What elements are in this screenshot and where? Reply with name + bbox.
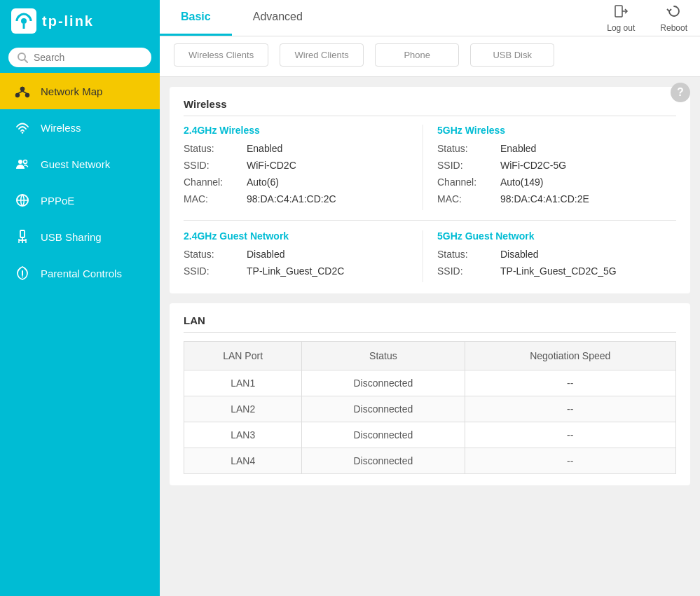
table-row: LAN4Disconnected-- (184, 448, 676, 474)
band24-channel-row: Channel: Auto(6) (184, 176, 416, 188)
tab-advanced[interactable]: Advanced (232, 0, 324, 36)
wireless-divider (184, 220, 676, 221)
band5-mac-row: MAC: 98:DA:C4:A1:CD:2E (437, 193, 669, 205)
lan-status-0: Disconnected (302, 370, 465, 396)
logo-area: tp-link (0, 0, 160, 42)
sidebar-item-network-map[interactable]: Network Map (0, 73, 160, 109)
col-lan-port: LAN Port (184, 342, 302, 370)
lan-table-body: LAN1Disconnected--LAN2Disconnected--LAN3… (184, 370, 676, 474)
wireless-section-title: Wireless (184, 98, 676, 116)
band24-status-key: Status: (184, 143, 247, 154)
parental-controls-icon (14, 265, 31, 282)
search-input[interactable] (34, 52, 143, 63)
band5-panel: 5GHz Wireless Status: Enabled SSID: WiFi… (430, 125, 676, 210)
table-row: LAN3Disconnected-- (184, 422, 676, 448)
band5-status-key: Status: (437, 143, 500, 154)
lan-table-header-row: LAN Port Status Negotiation Speed (184, 342, 676, 370)
lan-port-3: LAN4 (184, 448, 302, 474)
guest24-label: 2.4GHz Guest Network (184, 230, 416, 242)
logo-text: tp-link (42, 13, 94, 29)
svg-point-1 (21, 18, 27, 24)
network-map-icon (14, 83, 31, 99)
svg-point-11 (18, 160, 22, 164)
svg-point-12 (24, 160, 27, 164)
guest24-ssid-val: TP-Link_Guest_CD2C (247, 265, 344, 277)
content-area: Wireless ClientsWired ClientsPhoneUSB Di… (160, 36, 700, 596)
top-card-usb-disk: USB Disk (470, 43, 554, 67)
guest24-ssid-row: SSID: TP-Link_Guest_CD2C (184, 265, 416, 277)
logout-icon (613, 4, 629, 21)
sidebar-item-wireless[interactable]: Wireless (0, 109, 160, 146)
guest-grid: 2.4GHz Guest Network Status: Disabled SS… (184, 230, 676, 282)
wireless-section: Wireless 2.4GHz Wireless Status: Enabled… (170, 87, 690, 293)
sidebar: tp-link Network MapWirelessGuest Network… (0, 0, 160, 596)
sidebar-item-guest-network[interactable]: Guest Network (0, 146, 160, 182)
reboot-icon (666, 4, 682, 21)
band24-ssid-row: SSID: WiFi-CD2C (184, 160, 416, 171)
lan-speed-0: -- (465, 370, 675, 396)
pppoe-icon (14, 192, 31, 209)
band5-label: 5GHz Wireless (437, 125, 669, 136)
table-row: LAN2Disconnected-- (184, 396, 676, 422)
guest-network-icon (14, 155, 31, 172)
sidebar-item-usb-sharing[interactable]: USB Sharing (0, 219, 160, 255)
lan-section: LAN LAN Port Status Negotiation Speed LA… (170, 303, 690, 485)
header: BasicAdvanced Log outReboot (160, 0, 700, 36)
tab-basic[interactable]: Basic (160, 0, 232, 36)
band24-ssid-key: SSID: (184, 160, 247, 171)
sidebar-item-label-usb-sharing: USB Sharing (41, 231, 102, 243)
guest5-status-key: Status: (437, 249, 500, 260)
lan-status-3: Disconnected (302, 448, 465, 474)
wireless-icon (14, 119, 31, 136)
guest24-ssid-key: SSID: (184, 265, 247, 277)
band24-ssid-val: WiFi-CD2C (247, 160, 296, 171)
guest5-status-row: Status: Disabled (437, 249, 669, 260)
guest24-panel: 2.4GHz Guest Network Status: Disabled SS… (184, 230, 423, 282)
band5-ssid-row: SSID: WiFi-CD2C-5G (437, 160, 669, 171)
col-negotiation-speed: Negotiation Speed (465, 342, 675, 370)
guest5-ssid-val: TP-Link_Guest_CD2C_5G (500, 265, 617, 277)
lan-port-1: LAN2 (184, 396, 302, 422)
col-status: Status (302, 342, 465, 370)
lan-speed-3: -- (465, 448, 675, 474)
guest5-status-val: Disabled (500, 249, 538, 260)
band5-ssid-key: SSID: (437, 160, 500, 171)
lan-port-2: LAN3 (184, 422, 302, 448)
svg-point-19 (22, 277, 23, 278)
svg-point-6 (16, 94, 20, 97)
band5-ssid-val: WiFi-CD2C-5G (500, 160, 566, 171)
svg-line-4 (25, 60, 27, 62)
search-box[interactable] (8, 48, 151, 67)
band24-status-row: Status: Enabled (184, 143, 416, 154)
band5-channel-val: Auto(149) (500, 176, 543, 188)
help-icon[interactable]: ? (671, 83, 690, 102)
lan-section-title: LAN (184, 314, 676, 333)
band24-status-val: Enabled (247, 143, 282, 154)
usb-sharing-icon (14, 228, 31, 245)
band5-mac-key: MAC: (437, 193, 500, 205)
svg-line-9 (22, 91, 27, 94)
svg-line-8 (18, 91, 22, 94)
table-row: LAN1Disconnected-- (184, 370, 676, 396)
sidebar-item-label-guest-network: Guest Network (41, 158, 110, 170)
band24-mac-val: 98:DA:C4:A1:CD:2C (247, 193, 336, 205)
lan-speed-2: -- (465, 422, 675, 448)
svg-rect-15 (20, 230, 25, 237)
svg-point-5 (20, 87, 25, 91)
guest24-status-row: Status: Disabled (184, 249, 416, 260)
search-icon (17, 52, 28, 63)
header-btn-reboot[interactable]: Reboot (647, 0, 700, 36)
top-card-wired-clients: Wired Clients (280, 43, 364, 67)
lan-status-2: Disconnected (302, 422, 465, 448)
lan-status-1: Disconnected (302, 396, 465, 422)
header-btn-label-log-out: Log out (607, 23, 635, 33)
guest5-label: 5GHz Guest Network (437, 230, 669, 242)
top-card-phone: Phone (375, 43, 459, 67)
band24-panel: 2.4GHz Wireless Status: Enabled SSID: Wi… (184, 125, 423, 210)
sidebar-item-parental-controls[interactable]: Parental Controls (0, 255, 160, 291)
svg-rect-20 (615, 6, 622, 17)
lan-table: LAN Port Status Negotiation Speed LAN1Di… (184, 341, 676, 474)
sidebar-item-pppoe[interactable]: PPPoE (0, 182, 160, 219)
guest5-panel: 5GHz Guest Network Status: Disabled SSID… (430, 230, 676, 282)
header-btn-log-out[interactable]: Log out (594, 0, 647, 36)
